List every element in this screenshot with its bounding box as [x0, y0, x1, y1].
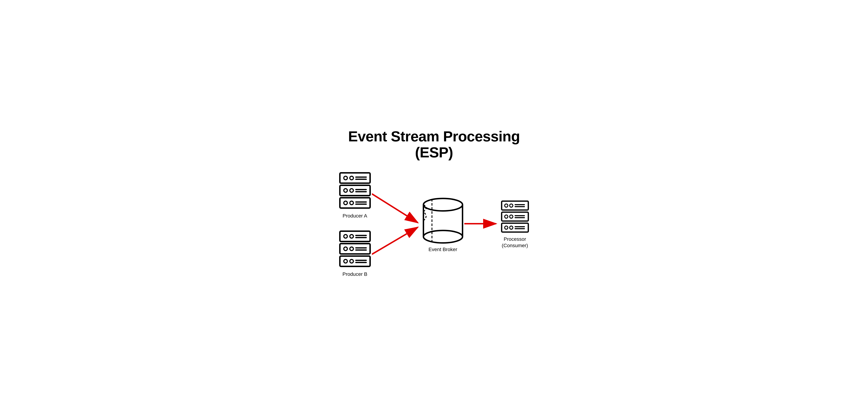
- svg-point-11: [344, 201, 347, 205]
- broker-to-processor-arrow: [464, 215, 500, 233]
- page-title: Event Stream Processing (ESP): [336, 128, 532, 160]
- broker-label: Event Broker: [429, 246, 457, 252]
- diagram: Producer A: [336, 171, 532, 277]
- svg-point-16: [344, 235, 347, 238]
- svg-point-1: [344, 176, 347, 180]
- svg-point-2: [350, 176, 353, 180]
- producer-a-component: Producer A: [338, 171, 372, 219]
- svg-point-6: [344, 189, 347, 192]
- producer-arrows: [372, 174, 422, 274]
- svg-point-53: [505, 226, 508, 229]
- producer-b-icon: [338, 229, 372, 268]
- svg-point-49: [509, 215, 513, 218]
- producer-b-component: Producer B: [338, 229, 372, 277]
- svg-point-48: [505, 215, 508, 218]
- svg-point-44: [509, 204, 513, 207]
- svg-point-26: [344, 259, 347, 263]
- processor-label: Processor(Consumer): [502, 236, 528, 249]
- svg-point-12: [350, 201, 353, 205]
- svg-line-33: [372, 227, 418, 254]
- svg-point-27: [350, 259, 353, 263]
- svg-point-22: [350, 247, 353, 251]
- svg-point-21: [344, 247, 347, 251]
- producer-a-icon: [338, 171, 372, 210]
- processor-component: Processor(Consumer): [500, 199, 530, 249]
- producer-a-label: Producer A: [343, 213, 367, 219]
- processor-icon: [500, 199, 530, 233]
- page-container: Event Stream Processing (ESP): [326, 121, 542, 288]
- svg-point-17: [350, 235, 353, 238]
- svg-point-7: [350, 189, 353, 192]
- producers-column: Producer A: [338, 171, 372, 277]
- svg-point-54: [509, 226, 513, 229]
- broker-component: Event Broker: [422, 196, 464, 252]
- producer-b-label: Producer B: [342, 271, 367, 277]
- svg-point-36: [424, 199, 463, 211]
- svg-point-43: [505, 204, 508, 207]
- svg-point-35: [424, 230, 463, 243]
- svg-line-32: [372, 194, 418, 223]
